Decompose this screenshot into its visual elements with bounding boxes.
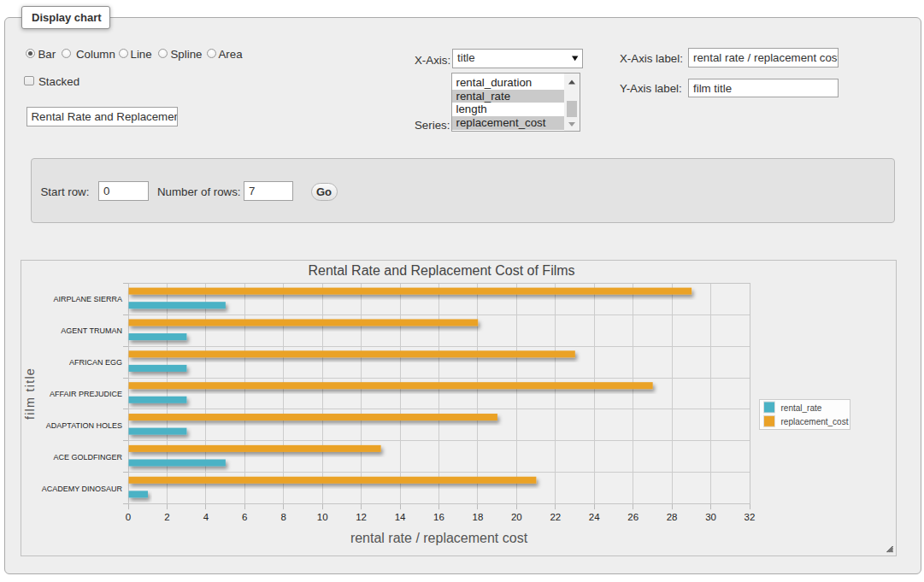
svg-text:8: 8 xyxy=(281,512,286,522)
svg-text:replacement_cost: replacement_cost xyxy=(781,417,849,426)
svg-text:32: 32 xyxy=(744,512,756,522)
svg-text:10: 10 xyxy=(317,512,328,522)
svg-text:22: 22 xyxy=(550,512,561,522)
svg-text:0: 0 xyxy=(126,512,131,522)
svg-text:rental rate / replacement cost: rental rate / replacement cost xyxy=(350,531,528,545)
svg-text:ACADEMY DINOSAUR: ACADEMY DINOSAUR xyxy=(42,485,123,493)
svg-text:AFRICAN EGG: AFRICAN EGG xyxy=(69,358,122,367)
svg-text:30: 30 xyxy=(705,512,716,522)
svg-text:rental_rate: rental_rate xyxy=(781,403,822,413)
svg-text:AGENT TRUMAN: AGENT TRUMAN xyxy=(61,326,122,335)
svg-text:ADAPTATION HOLES: ADAPTATION HOLES xyxy=(46,421,122,430)
svg-text:12: 12 xyxy=(356,512,367,522)
svg-text:28: 28 xyxy=(667,512,678,522)
svg-text:6: 6 xyxy=(242,512,247,522)
svg-text:26: 26 xyxy=(627,512,639,522)
svg-text:14: 14 xyxy=(395,512,406,522)
svg-text:4: 4 xyxy=(203,512,209,522)
svg-text:ACE GOLDFINGER: ACE GOLDFINGER xyxy=(53,453,122,461)
svg-text:AIRPLANE SIERRA: AIRPLANE SIERRA xyxy=(53,295,122,303)
svg-text:18: 18 xyxy=(473,512,484,522)
svg-text:16: 16 xyxy=(433,512,444,522)
svg-text:film title: film title xyxy=(23,367,37,420)
svg-text:20: 20 xyxy=(511,512,522,522)
svg-text:AFFAIR PREJUDICE: AFFAIR PREJUDICE xyxy=(50,390,122,398)
svg-text:2: 2 xyxy=(164,512,169,522)
svg-text:Rental Rate and Replacement Co: Rental Rate and Replacement Cost of Film… xyxy=(308,263,574,278)
svg-text:24: 24 xyxy=(589,512,600,522)
